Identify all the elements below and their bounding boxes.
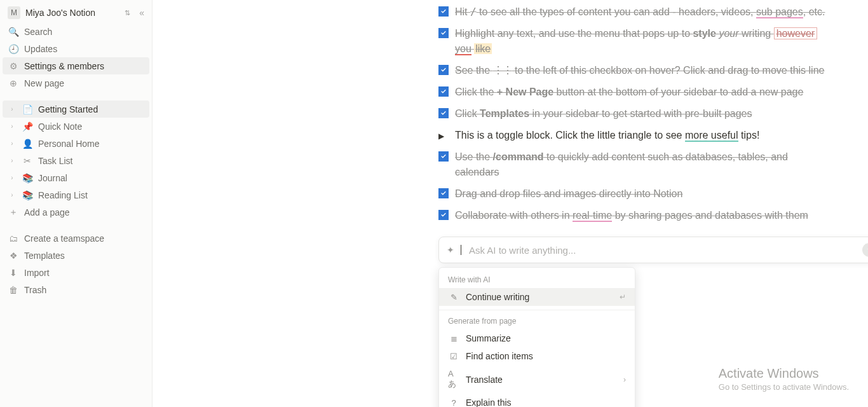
ai-menu-section-header: Write with AI [439,273,635,288]
question-icon: ? [448,398,459,408]
add-page-label: Add a page [24,207,70,217]
sidebar-item-label: New page [24,78,64,88]
sidebar-item-updates[interactable]: 🕘Updates [3,40,149,57]
chevron-right-icon[interactable]: › [8,140,17,147]
sidebar-item-label: Journal [38,173,67,183]
pencil-icon: ✎ [448,293,459,302]
book-icon: 📚 [22,173,33,183]
checkbox-checked-icon[interactable] [438,28,449,38]
checklist-text: See the ⋮⋮ to the left of this checkbox … [455,63,824,78]
chevron-updown-icon[interactable]: ⇅ [125,9,130,17]
sidebar-item-label: Templates [24,251,65,261]
checklist-item[interactable]: Click the + New Page button at the botto… [438,81,830,103]
sidebar-item-label: Task List [38,156,72,166]
ai-input[interactable] [469,245,856,256]
toggle-triangle-icon[interactable]: ▶ [438,130,449,142]
checklist-text: Use the /command to quickly add content … [455,149,830,180]
sidebar-item-label: Search [24,27,52,37]
sidebar-item-getting-started[interactable]: ›📄Getting Started [3,100,149,118]
text-caret [461,245,461,255]
sidebar-item-label: Import [24,268,50,278]
checklist-text: Highlight any text, and use the menu tha… [455,26,830,57]
checkbox-checked-icon[interactable] [438,108,449,118]
checklist-item[interactable]: Drag and drop files and images directly … [438,183,830,205]
sidebar-item-templates[interactable]: ❖Templates [3,247,149,264]
clock-icon: 🕘 [8,44,19,54]
sidebar-item-journal[interactable]: ›📚Journal [3,169,149,186]
import-icon: ⬇ [8,268,19,278]
list-icon: ≣ [448,334,459,343]
ai-menu-item-translate[interactable]: AあTranslate› [439,365,635,394]
checklist-text: Click the + New Page button at the botto… [455,85,803,100]
checklist-item[interactable]: Hit / to see all the types of content yo… [438,1,830,23]
sidebar-item-label: Updates [24,44,57,54]
workspace-name: Miya Joo's Notion [25,8,119,18]
checklist-text: Click Templates in your sidebar to get s… [455,106,752,121]
ai-menu-item-find-action-items[interactable]: ☑Find action items [439,347,635,365]
send-icon[interactable] [862,243,868,257]
sidebar-item-quick-note[interactable]: ›📌Quick Note [3,118,149,135]
toggle-block[interactable]: ▶This is a toggle block. Click the littl… [438,125,830,146]
menu-item-label: Summarize [466,333,511,343]
person-icon: 👤 [22,139,33,149]
sidebar-item-label: Reading List [38,190,88,200]
checkbox-checked-icon[interactable] [438,6,449,17]
workspace-avatar: M [8,6,20,19]
trash-icon: 🗑 [8,285,19,295]
menu-separator [439,310,635,310]
ai-menu-item-summarize[interactable]: ≣Summarize [439,329,635,347]
add-page[interactable]: ＋ Add a page [3,204,149,221]
checklist-text: Hit / to see all the types of content yo… [455,4,825,20]
book-icon: 📚 [22,190,33,200]
checkbox-checked-icon[interactable] [438,210,449,220]
chevron-right-icon[interactable]: › [8,106,17,113]
ai-menu-section-header: Generate from page [439,314,635,329]
ai-menu-item-explain-this[interactable]: ?Explain this [439,394,635,407]
ai-input-bar[interactable]: ✦ [438,237,868,263]
sidebar: M Miya Joo's Notion ⇅ « 🔍Search🕘Updates⚙… [0,0,153,407]
sidebar-item-reading-list[interactable]: ›📚Reading List [3,186,149,204]
checkbox-checked-icon[interactable] [438,65,449,75]
sidebar-item-settings-members[interactable]: ⚙Settings & members [3,57,149,74]
sidebar-item-label: Getting Started [38,104,98,114]
checkbox-checked-icon[interactable] [438,151,449,162]
workspace-switcher[interactable]: M Miya Joo's Notion ⇅ « [3,4,149,22]
sidebar-item-personal-home[interactable]: ›👤Personal Home [3,135,149,152]
watermark-subtitle: Go to Settings to activate Windows. [719,382,849,392]
chevron-right-icon[interactable]: › [8,174,17,181]
pin-icon: 📌 [22,121,33,132]
checklist-item[interactable]: Collaborate with others in real-time by … [438,205,830,226]
sidebar-item-label: Personal Home [38,139,100,149]
ai-menu-item-continue-writing[interactable]: ✎Continue writing↵ [439,288,635,306]
chevron-right-icon[interactable]: › [8,157,17,164]
menu-item-label: Explain this [466,397,512,407]
checklist-text: Collaborate with others in real-time by … [455,208,808,223]
checklist-item[interactable]: Click Templates in your sidebar to get s… [438,103,830,125]
sidebar-item-import[interactable]: ⬇Import [3,264,149,281]
sidebar-item-label: Quick Note [38,121,82,132]
checklist-item[interactable]: See the ⋮⋮ to the left of this checkbox … [438,60,830,81]
menu-item-label: Translate [466,375,503,385]
scissors-icon: ✂ [22,156,33,166]
sidebar-item-label: Create a teamspace [24,233,104,244]
checklist-item[interactable]: Highlight any text, and use the menu tha… [438,23,830,60]
sidebar-item-create-a-teamspace[interactable]: 🗂Create a teamspace [3,230,149,247]
collapse-sidebar-icon[interactable]: « [139,8,144,18]
chevron-right-icon[interactable]: › [8,123,17,130]
sidebar-item-trash[interactable]: 🗑Trash [3,281,149,298]
sidebar-item-search[interactable]: 🔍Search [3,23,149,40]
checklist-item[interactable]: Use the /command to quickly add content … [438,146,830,183]
chevron-right-icon[interactable]: › [8,191,17,198]
search-icon: 🔍 [8,27,19,37]
chevron-right-icon: › [623,375,626,384]
checkbox-checked-icon[interactable] [438,86,449,97]
watermark-title: Activate Windows [719,366,849,381]
sidebar-item-new-page[interactable]: ⊕New page [3,74,149,92]
templates-icon: ❖ [8,251,19,261]
menu-item-label: Continue writing [466,292,529,302]
plus-icon: ＋ [8,207,19,218]
sidebar-item-label: Settings & members [24,61,104,71]
sidebar-item-task-list[interactable]: ›✂Task List [3,152,149,169]
teamspace-icon: 🗂 [8,233,19,244]
checkbox-checked-icon[interactable] [438,188,449,198]
